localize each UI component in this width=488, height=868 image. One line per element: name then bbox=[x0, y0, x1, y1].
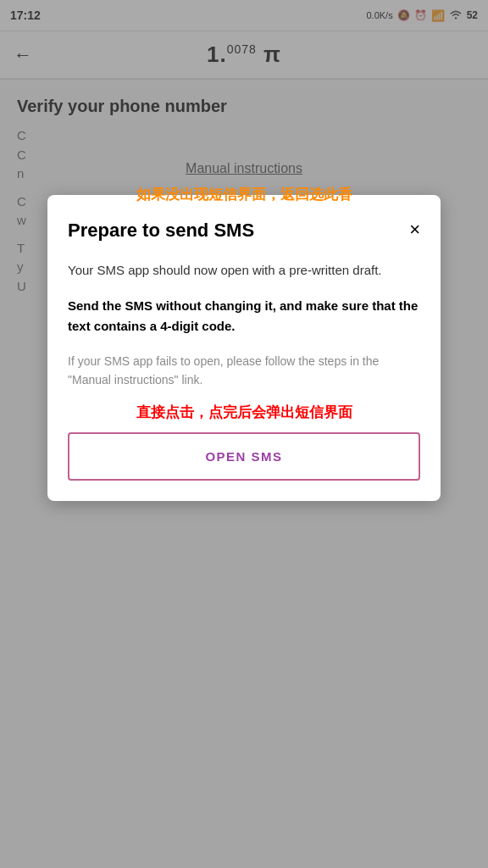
dialog-body-1: Your SMS app should now open with a pre-… bbox=[68, 260, 420, 281]
dialog-body-gray: If your SMS app fails to open, please fo… bbox=[68, 352, 420, 390]
open-sms-button[interactable]: OPEN SMS bbox=[73, 437, 415, 476]
dialog-header: Prepare to send SMS × bbox=[68, 219, 420, 243]
dialog-box: Prepare to send SMS × Your SMS app shoul… bbox=[47, 195, 441, 501]
page-wrapper: 17:12 0.0K/s 🔕 ⏰ 📶 52 ← 1.0078 π bbox=[0, 0, 488, 868]
sms-dialog: Prepare to send SMS × Your SMS app shoul… bbox=[24, 144, 464, 204]
manual-instructions-link[interactable]: Manual instructions bbox=[186, 161, 302, 176]
below-dialog-content: Manual instructions 如果没出现短信界面，返回选此香 bbox=[24, 161, 464, 204]
bottom-annotation: 如果没出现短信界面，返回选此香 bbox=[119, 185, 369, 204]
annotation-red-text: 直接点击，点完后会弹出短信界面 bbox=[68, 403, 420, 422]
dialog-title: Prepare to send SMS bbox=[68, 219, 399, 243]
dialog-body-bold: Send the SMS without changing it, and ma… bbox=[68, 296, 420, 337]
open-sms-button-wrapper: OPEN SMS bbox=[68, 432, 420, 481]
dialog-close-button[interactable]: × bbox=[409, 220, 420, 239]
